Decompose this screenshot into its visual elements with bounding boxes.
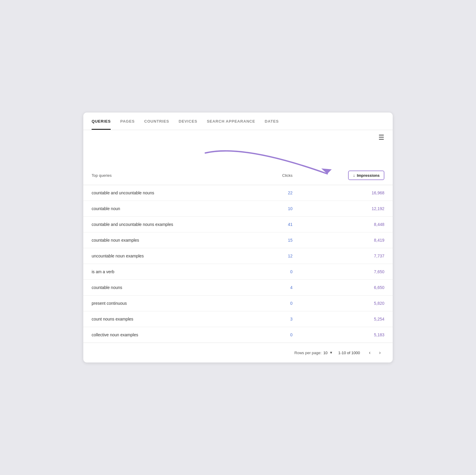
cell-impressions: 7,737	[301, 248, 393, 264]
cell-query: is am a verb	[83, 264, 254, 280]
cell-impressions: 5,183	[301, 327, 393, 343]
tab-search-appearance[interactable]: SEARCH APPEARANCE	[207, 112, 255, 130]
table-row: is am a verb 0 7,650	[83, 264, 393, 280]
cell-query: countable noun examples	[83, 232, 254, 248]
annotation-container: ☰	[83, 130, 393, 166]
impressions-label: Impressions	[357, 173, 380, 178]
cell-impressions: 5,254	[301, 311, 393, 327]
cell-query: count nouns examples	[83, 311, 254, 327]
cell-impressions: 5,820	[301, 296, 393, 311]
cell-clicks: 22	[254, 185, 301, 201]
cell-impressions: 6,650	[301, 280, 393, 296]
cell-clicks: 4	[254, 280, 301, 296]
cell-impressions: 8,419	[301, 232, 393, 248]
rows-per-page-label: Rows per page:	[295, 351, 322, 355]
tab-countries[interactable]: COUNTRIES	[144, 112, 169, 130]
filter-button[interactable]: ☰	[378, 134, 384, 141]
tab-dates[interactable]: DATES	[265, 112, 279, 130]
rows-per-page-value: 10	[323, 351, 328, 355]
table-row: countable noun 10 12,192	[83, 201, 393, 217]
tab-pages[interactable]: PAGES	[120, 112, 135, 130]
cell-query: uncountable noun examples	[83, 248, 254, 264]
table-row: countable and uncountable nouns examples…	[83, 217, 393, 232]
cell-clicks: 0	[254, 264, 301, 280]
page-navigation: ‹ ›	[365, 348, 384, 357]
page-range: 1-10 of 1000	[338, 351, 360, 355]
col-header-impressions[interactable]: ↓ Impressions	[301, 166, 393, 185]
cell-clicks: 12	[254, 248, 301, 264]
pagination-bar: Rows per page: 10 ▼ 1-10 of 1000 ‹ ›	[83, 343, 393, 362]
table-row: countable nouns 4 6,650	[83, 280, 393, 296]
main-card: QUERIES PAGES COUNTRIES DEVICES SEARCH A…	[83, 112, 393, 362]
cell-impressions: 12,192	[301, 201, 393, 217]
table-row: collective noun examples 0 5,183	[83, 327, 393, 343]
filter-icon: ☰	[378, 134, 384, 141]
rows-per-page-control[interactable]: Rows per page: 10 ▼	[295, 351, 333, 355]
cell-query: countable and uncountable nouns	[83, 185, 254, 201]
cell-clicks: 0	[254, 327, 301, 343]
table-row: uncountable noun examples 12 7,737	[83, 248, 393, 264]
col-header-clicks: Clicks	[254, 166, 301, 185]
cell-query: countable noun	[83, 201, 254, 217]
impressions-sort-button[interactable]: ↓ Impressions	[348, 171, 384, 180]
tab-devices[interactable]: DEVICES	[178, 112, 197, 130]
cell-query: collective noun examples	[83, 327, 254, 343]
table-row: present continuous 0 5,820	[83, 296, 393, 311]
cell-impressions: 8,448	[301, 217, 393, 232]
cell-query: present continuous	[83, 296, 254, 311]
data-table: Top queries Clicks ↓ Impressions countab…	[83, 166, 393, 343]
cell-clicks: 41	[254, 217, 301, 232]
cell-clicks: 3	[254, 311, 301, 327]
rows-dropdown-icon[interactable]: ▼	[329, 351, 333, 355]
cell-clicks: 0	[254, 296, 301, 311]
next-page-button[interactable]: ›	[375, 348, 384, 357]
prev-page-button[interactable]: ‹	[365, 348, 374, 357]
table-header-row: Top queries Clicks ↓ Impressions	[83, 166, 393, 185]
cell-impressions: 7,650	[301, 264, 393, 280]
tab-queries[interactable]: QUERIES	[92, 112, 111, 130]
table-row: countable and uncountable nouns 22 16,96…	[83, 185, 393, 201]
tabs-bar: QUERIES PAGES COUNTRIES DEVICES SEARCH A…	[83, 112, 393, 130]
col-header-queries: Top queries	[83, 166, 254, 185]
cell-clicks: 10	[254, 201, 301, 217]
cell-clicks: 15	[254, 232, 301, 248]
cell-impressions: 16,968	[301, 185, 393, 201]
cell-query: countable nouns	[83, 280, 254, 296]
table-row: count nouns examples 3 5,254	[83, 311, 393, 327]
sort-down-icon: ↓	[353, 173, 355, 178]
cell-query: countable and uncountable nouns examples	[83, 217, 254, 232]
table-body: countable and uncountable nouns 22 16,96…	[83, 185, 393, 343]
table-row: countable noun examples 15 8,419	[83, 232, 393, 248]
